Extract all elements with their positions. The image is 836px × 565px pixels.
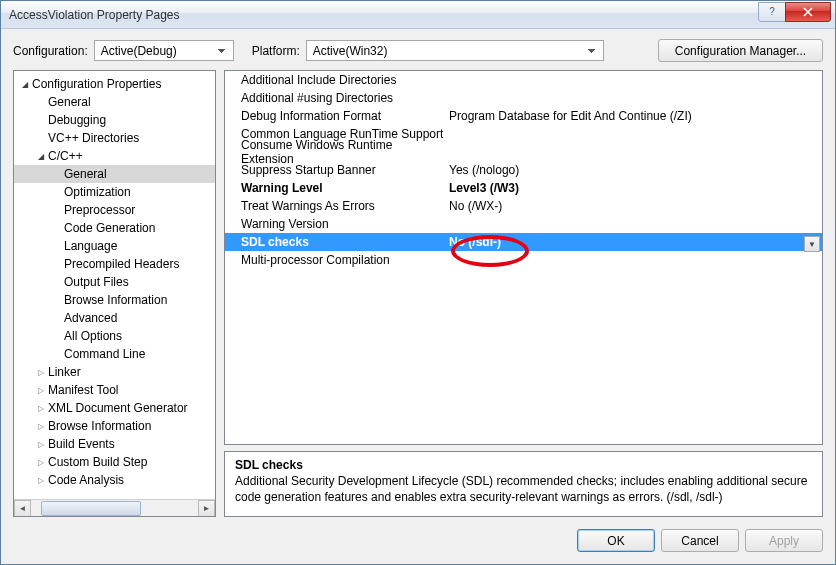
chevron-right-icon[interactable]	[36, 476, 46, 485]
tree-item[interactable]: Code Generation	[14, 219, 216, 237]
tree-item-label: Browse Information	[62, 293, 167, 307]
property-value[interactable]: Level3 (/W3)	[445, 181, 822, 195]
chevron-right-icon[interactable]	[36, 440, 46, 449]
tree-item-label: Build Events	[46, 437, 115, 451]
property-name: Warning Level	[225, 181, 445, 195]
tree-item[interactable]: Configuration Properties	[14, 75, 216, 93]
property-row[interactable]: Treat Warnings As ErrorsNo (/WX-)	[225, 197, 822, 215]
property-grid: Additional Include DirectoriesAdditional…	[224, 70, 823, 445]
property-name: Debug Information Format	[225, 109, 445, 123]
tree-hscrollbar[interactable]: ◄ ►	[14, 499, 215, 516]
tree-item-label: Code Generation	[62, 221, 155, 235]
tree-item[interactable]: Output Files	[14, 273, 216, 291]
tree-item-label: Precompiled Headers	[62, 257, 179, 271]
tree-item[interactable]: General	[14, 165, 216, 183]
tree-item-label: Advanced	[62, 311, 117, 325]
tree-item[interactable]: Debugging	[14, 111, 216, 129]
tree-item-label: Command Line	[62, 347, 145, 361]
tree-item-label: Language	[62, 239, 117, 253]
tree-item[interactable]: Manifest Tool	[14, 381, 216, 399]
property-value[interactable]: No (/WX-)	[445, 199, 822, 213]
property-name: Multi-processor Compilation	[225, 253, 445, 267]
chevron-right-icon[interactable]	[36, 386, 46, 395]
tree-item-label: Linker	[46, 365, 81, 379]
tree-item-label: Custom Build Step	[46, 455, 147, 469]
tree-item-label: Manifest Tool	[46, 383, 118, 397]
cancel-button[interactable]: Cancel	[661, 529, 739, 552]
property-name: SDL checks	[225, 235, 445, 249]
chevron-right-icon[interactable]	[36, 458, 46, 467]
tree-item[interactable]: Command Line	[14, 345, 216, 363]
tree-item[interactable]: Advanced	[14, 309, 216, 327]
tree-item[interactable]: VC++ Directories	[14, 129, 216, 147]
tree-item[interactable]: C/C++	[14, 147, 216, 165]
tree-item[interactable]: All Options	[14, 327, 216, 345]
property-name: Treat Warnings As Errors	[225, 199, 445, 213]
scroll-thumb[interactable]	[41, 501, 141, 516]
chevron-down-icon[interactable]	[20, 80, 30, 89]
description-body: Additional Security Development Lifecycl…	[235, 474, 812, 505]
close-button[interactable]	[785, 2, 831, 22]
property-name: Warning Version	[225, 217, 445, 231]
property-value[interactable]: No (/sdl-)▼	[445, 235, 822, 249]
property-name: Additional #using Directories	[225, 91, 445, 105]
chevron-down-icon[interactable]	[36, 152, 46, 161]
configuration-manager-button[interactable]: Configuration Manager...	[658, 39, 823, 62]
ok-button[interactable]: OK	[577, 529, 655, 552]
apply-button[interactable]: Apply	[745, 529, 823, 552]
tree-item-label: Browse Information	[46, 419, 151, 433]
tree-item[interactable]: Precompiled Headers	[14, 255, 216, 273]
tree-item[interactable]: Build Events	[14, 435, 216, 453]
property-row[interactable]: Warning LevelLevel3 (/W3)	[225, 179, 822, 197]
property-name: Additional Include Directories	[225, 73, 445, 87]
tree-item[interactable]: Browse Information	[14, 417, 216, 435]
dropdown-button[interactable]: ▼	[804, 236, 820, 252]
tree-item[interactable]: Optimization	[14, 183, 216, 201]
tree-item[interactable]: Custom Build Step	[14, 453, 216, 471]
tree-item-label: Optimization	[62, 185, 131, 199]
tree-item-label: All Options	[62, 329, 122, 343]
property-row[interactable]: Consume Windows Runtime Extension	[225, 143, 822, 161]
tree-item[interactable]: XML Document Generator	[14, 399, 216, 417]
tree-item[interactable]: Browse Information	[14, 291, 216, 309]
tree-item-label: VC++ Directories	[46, 131, 139, 145]
configuration-label: Configuration:	[13, 44, 88, 58]
tree-item[interactable]: Linker	[14, 363, 216, 381]
help-button[interactable]: ?	[758, 2, 786, 22]
tree-item-label: C/C++	[46, 149, 83, 163]
tree-item-label: Debugging	[46, 113, 106, 127]
tree-item-label: Code Analysis	[46, 473, 124, 487]
property-row[interactable]: SDL checksNo (/sdl-)▼	[225, 233, 822, 251]
window-title: AccessViolation Property Pages	[9, 8, 759, 22]
platform-label: Platform:	[252, 44, 300, 58]
tree-item-label: Configuration Properties	[30, 77, 161, 91]
tree-item[interactable]: Preprocessor	[14, 201, 216, 219]
scroll-right-button[interactable]: ►	[198, 500, 215, 517]
property-row[interactable]: Debug Information FormatProgram Database…	[225, 107, 822, 125]
property-value[interactable]: Program Database for Edit And Continue (…	[445, 109, 822, 123]
tree-item[interactable]: Code Analysis	[14, 471, 216, 489]
scroll-left-button[interactable]: ◄	[14, 500, 31, 517]
tree-item[interactable]: Language	[14, 237, 216, 255]
property-row[interactable]: Suppress Startup BannerYes (/nologo)	[225, 161, 822, 179]
config-toolbar: Configuration: Active(Debug) Platform: A…	[1, 29, 835, 70]
description-title: SDL checks	[235, 458, 812, 472]
tree-item-label: General	[62, 167, 107, 181]
chevron-right-icon[interactable]	[36, 368, 46, 377]
tree-item[interactable]: General	[14, 93, 216, 111]
property-name: Suppress Startup Banner	[225, 163, 445, 177]
property-row[interactable]: Additional Include Directories	[225, 71, 822, 89]
tree-item-label: General	[46, 95, 91, 109]
property-row[interactable]: Warning Version	[225, 215, 822, 233]
platform-select[interactable]: Active(Win32)	[306, 40, 604, 61]
chevron-right-icon[interactable]	[36, 404, 46, 413]
tree-item-label: XML Document Generator	[46, 401, 188, 415]
title-bar: AccessViolation Property Pages ?	[1, 1, 835, 29]
property-row[interactable]: Additional #using Directories	[225, 89, 822, 107]
chevron-right-icon[interactable]	[36, 422, 46, 431]
description-panel: SDL checks Additional Security Developme…	[224, 451, 823, 517]
property-value[interactable]: Yes (/nologo)	[445, 163, 822, 177]
property-row[interactable]: Multi-processor Compilation	[225, 251, 822, 269]
tree-item-label: Preprocessor	[62, 203, 135, 217]
configuration-select[interactable]: Active(Debug)	[94, 40, 234, 61]
